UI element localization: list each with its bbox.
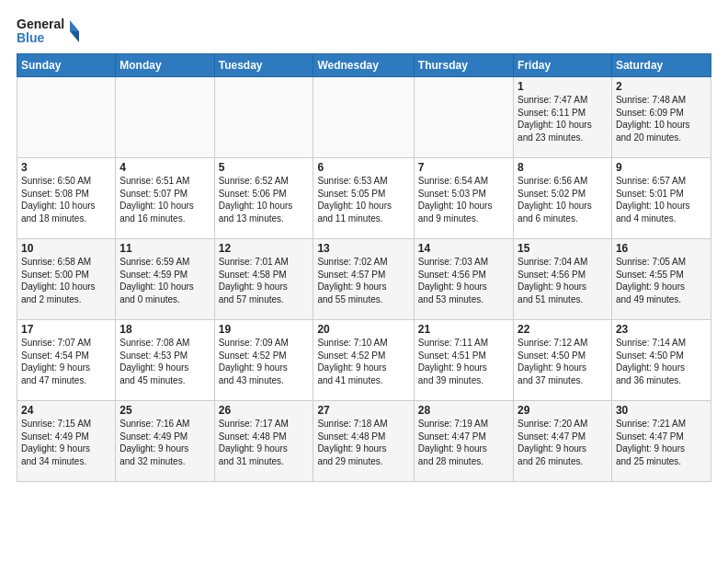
day-info: Sunrise: 7:19 AM Sunset: 4:47 PM Dayligh… xyxy=(418,418,509,467)
day-info: Sunrise: 7:03 AM Sunset: 4:56 PM Dayligh… xyxy=(418,256,509,305)
calendar-cell xyxy=(414,77,513,158)
logo: GeneralBlue xyxy=(17,15,81,48)
calendar-cell: 10Sunrise: 6:58 AM Sunset: 5:00 PM Dayli… xyxy=(17,239,116,320)
day-number: 3 xyxy=(21,161,111,174)
day-info: Sunrise: 7:17 AM Sunset: 4:48 PM Dayligh… xyxy=(219,418,310,467)
day-info: Sunrise: 7:09 AM Sunset: 4:52 PM Dayligh… xyxy=(219,337,310,386)
day-info: Sunrise: 7:12 AM Sunset: 4:50 PM Dayligh… xyxy=(518,337,608,386)
calendar-cell xyxy=(116,77,214,158)
day-number: 10 xyxy=(21,242,111,255)
calendar-cell: 1Sunrise: 7:47 AM Sunset: 6:11 PM Daylig… xyxy=(514,77,612,158)
calendar-header-sunday: Sunday xyxy=(17,54,116,77)
day-number: 4 xyxy=(119,161,210,174)
day-info: Sunrise: 6:59 AM Sunset: 4:59 PM Dayligh… xyxy=(119,256,210,305)
calendar-cell: 11Sunrise: 6:59 AM Sunset: 4:59 PM Dayli… xyxy=(116,239,214,320)
day-number: 8 xyxy=(518,161,608,174)
calendar-cell: 24Sunrise: 7:15 AM Sunset: 4:49 PM Dayli… xyxy=(17,401,116,482)
calendar-cell: 28Sunrise: 7:19 AM Sunset: 4:47 PM Dayli… xyxy=(414,401,513,482)
page: GeneralBlue SundayMondayTuesdayWednesday… xyxy=(0,0,728,493)
day-info: Sunrise: 6:58 AM Sunset: 5:00 PM Dayligh… xyxy=(21,256,111,305)
day-number: 18 xyxy=(119,323,210,336)
calendar-cell: 27Sunrise: 7:18 AM Sunset: 4:48 PM Dayli… xyxy=(313,401,414,482)
day-info: Sunrise: 7:48 AM Sunset: 6:09 PM Dayligh… xyxy=(616,94,707,144)
day-info: Sunrise: 7:02 AM Sunset: 4:57 PM Dayligh… xyxy=(317,256,409,305)
day-info: Sunrise: 7:11 AM Sunset: 4:51 PM Dayligh… xyxy=(418,337,509,386)
calendar-week-4: 17Sunrise: 7:07 AM Sunset: 4:54 PM Dayli… xyxy=(17,320,711,401)
day-info: Sunrise: 7:21 AM Sunset: 4:47 PM Dayligh… xyxy=(616,418,707,467)
calendar-week-3: 10Sunrise: 6:58 AM Sunset: 5:00 PM Dayli… xyxy=(17,239,711,320)
day-number: 25 xyxy=(119,404,210,417)
calendar-header-saturday: Saturday xyxy=(611,54,711,77)
calendar-cell: 5Sunrise: 6:52 AM Sunset: 5:06 PM Daylig… xyxy=(214,158,313,239)
calendar-week-1: 1Sunrise: 7:47 AM Sunset: 6:11 PM Daylig… xyxy=(17,77,711,158)
calendar-cell: 30Sunrise: 7:21 AM Sunset: 4:47 PM Dayli… xyxy=(611,401,711,482)
day-info: Sunrise: 6:54 AM Sunset: 5:03 PM Dayligh… xyxy=(418,175,509,224)
calendar-cell: 18Sunrise: 7:08 AM Sunset: 4:53 PM Dayli… xyxy=(116,320,214,401)
day-number: 11 xyxy=(119,242,210,255)
day-number: 7 xyxy=(418,161,509,174)
calendar-cell: 20Sunrise: 7:10 AM Sunset: 4:52 PM Dayli… xyxy=(313,320,414,401)
calendar-cell: 2Sunrise: 7:48 AM Sunset: 6:09 PM Daylig… xyxy=(611,77,711,158)
calendar-cell: 15Sunrise: 7:04 AM Sunset: 4:56 PM Dayli… xyxy=(514,239,612,320)
calendar-cell: 22Sunrise: 7:12 AM Sunset: 4:50 PM Dayli… xyxy=(514,320,612,401)
calendar-week-5: 24Sunrise: 7:15 AM Sunset: 4:49 PM Dayli… xyxy=(17,401,711,482)
calendar-cell: 26Sunrise: 7:17 AM Sunset: 4:48 PM Dayli… xyxy=(214,401,313,482)
logo-svg: GeneralBlue xyxy=(17,15,81,48)
calendar-cell: 3Sunrise: 6:50 AM Sunset: 5:08 PM Daylig… xyxy=(17,158,116,239)
calendar-header-wednesday: Wednesday xyxy=(313,54,414,77)
day-info: Sunrise: 7:18 AM Sunset: 4:48 PM Dayligh… xyxy=(317,418,409,467)
day-number: 27 xyxy=(317,404,409,417)
day-info: Sunrise: 7:15 AM Sunset: 4:49 PM Dayligh… xyxy=(21,418,111,467)
day-number: 17 xyxy=(21,323,111,336)
header: GeneralBlue xyxy=(17,15,711,48)
day-number: 16 xyxy=(616,242,707,255)
calendar-cell xyxy=(17,77,116,158)
day-info: Sunrise: 7:10 AM Sunset: 4:52 PM Dayligh… xyxy=(317,337,409,386)
calendar-header-monday: Monday xyxy=(116,54,214,77)
day-info: Sunrise: 7:07 AM Sunset: 4:54 PM Dayligh… xyxy=(21,337,111,386)
day-number: 26 xyxy=(219,404,310,417)
day-number: 23 xyxy=(616,323,707,336)
day-number: 6 xyxy=(317,161,409,174)
day-number: 9 xyxy=(616,161,707,174)
day-info: Sunrise: 6:53 AM Sunset: 5:05 PM Dayligh… xyxy=(317,175,409,224)
svg-marker-3 xyxy=(70,31,79,42)
day-number: 12 xyxy=(219,242,310,255)
day-info: Sunrise: 7:01 AM Sunset: 4:58 PM Dayligh… xyxy=(219,256,310,305)
calendar-cell: 14Sunrise: 7:03 AM Sunset: 4:56 PM Dayli… xyxy=(414,239,513,320)
day-number: 29 xyxy=(518,404,608,417)
day-info: Sunrise: 6:57 AM Sunset: 5:01 PM Dayligh… xyxy=(616,175,707,224)
day-info: Sunrise: 6:52 AM Sunset: 5:06 PM Dayligh… xyxy=(219,175,310,224)
calendar-cell: 19Sunrise: 7:09 AM Sunset: 4:52 PM Dayli… xyxy=(214,320,313,401)
day-number: 28 xyxy=(418,404,509,417)
day-info: Sunrise: 6:51 AM Sunset: 5:07 PM Dayligh… xyxy=(119,175,210,224)
calendar-cell: 17Sunrise: 7:07 AM Sunset: 4:54 PM Dayli… xyxy=(17,320,116,401)
day-number: 19 xyxy=(219,323,310,336)
calendar-cell: 9Sunrise: 6:57 AM Sunset: 5:01 PM Daylig… xyxy=(611,158,711,239)
calendar-cell: 12Sunrise: 7:01 AM Sunset: 4:58 PM Dayli… xyxy=(214,239,313,320)
day-info: Sunrise: 7:47 AM Sunset: 6:11 PM Dayligh… xyxy=(518,94,608,144)
day-number: 14 xyxy=(418,242,509,255)
calendar-cell: 29Sunrise: 7:20 AM Sunset: 4:47 PM Dayli… xyxy=(514,401,612,482)
calendar-table: SundayMondayTuesdayWednesdayThursdayFrid… xyxy=(17,53,711,482)
calendar-cell: 25Sunrise: 7:16 AM Sunset: 4:49 PM Dayli… xyxy=(116,401,214,482)
calendar-cell xyxy=(214,77,313,158)
day-info: Sunrise: 7:20 AM Sunset: 4:47 PM Dayligh… xyxy=(518,418,608,467)
calendar-cell: 4Sunrise: 6:51 AM Sunset: 5:07 PM Daylig… xyxy=(116,158,214,239)
day-info: Sunrise: 7:08 AM Sunset: 4:53 PM Dayligh… xyxy=(119,337,210,386)
day-info: Sunrise: 6:56 AM Sunset: 5:02 PM Dayligh… xyxy=(518,175,608,224)
calendar-cell: 21Sunrise: 7:11 AM Sunset: 4:51 PM Dayli… xyxy=(414,320,513,401)
calendar-cell: 7Sunrise: 6:54 AM Sunset: 5:03 PM Daylig… xyxy=(414,158,513,239)
calendar-header-row: SundayMondayTuesdayWednesdayThursdayFrid… xyxy=(17,54,711,77)
svg-marker-2 xyxy=(70,20,79,31)
calendar-header-friday: Friday xyxy=(514,54,612,77)
day-info: Sunrise: 7:04 AM Sunset: 4:56 PM Dayligh… xyxy=(518,256,608,305)
calendar-header-tuesday: Tuesday xyxy=(214,54,313,77)
day-info: Sunrise: 7:05 AM Sunset: 4:55 PM Dayligh… xyxy=(616,256,707,305)
calendar-cell: 6Sunrise: 6:53 AM Sunset: 5:05 PM Daylig… xyxy=(313,158,414,239)
day-number: 20 xyxy=(317,323,409,336)
day-number: 30 xyxy=(616,404,707,417)
day-number: 21 xyxy=(418,323,509,336)
calendar-cell xyxy=(313,77,414,158)
day-number: 5 xyxy=(219,161,310,174)
